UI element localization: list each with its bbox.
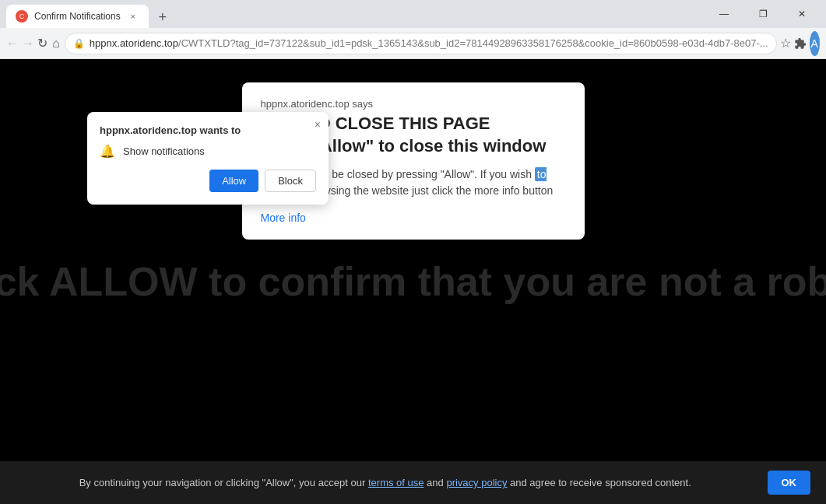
extensions-button[interactable]	[794, 31, 807, 56]
notification-row: 🔔 Show notifications	[100, 144, 316, 159]
popup-header: hppnx.atoridenc.top wants to	[100, 124, 316, 136]
forward-button[interactable]: →	[22, 31, 34, 56]
tab-close-button[interactable]: ×	[127, 10, 139, 23]
bookmark-button[interactable]: ☆	[780, 31, 791, 56]
close-window-button[interactable]: ✕	[784, 2, 820, 26]
tab-bar: C Confirm Notifications × +	[6, 0, 697, 28]
bottom-bar: By continuing your navigation or clickin…	[0, 461, 826, 504]
bottom-bar-text: By continuing your navigation or clickin…	[16, 477, 755, 488]
lock-icon: 🔒	[73, 38, 85, 49]
notification-actions: Allow Block	[100, 170, 316, 192]
window-controls: — ❐ ✕	[706, 2, 820, 26]
back-button[interactable]: ←	[6, 31, 19, 56]
address-bar[interactable]: 🔒 hppnx.atoridenc.top/CWTXTLD?tag_id=737…	[65, 33, 777, 54]
page-content: Click ALLOW to confirm that you are not …	[0, 59, 826, 504]
tab-title: Confirm Notifications	[34, 11, 121, 22]
active-tab[interactable]: C Confirm Notifications ×	[6, 5, 149, 28]
profile-button[interactable]: A	[810, 31, 820, 56]
home-button[interactable]: ⌂	[51, 31, 61, 56]
reload-button[interactable]: ↻	[37, 31, 47, 56]
ok-button[interactable]: OK	[768, 471, 811, 495]
block-button[interactable]: Block	[265, 170, 316, 192]
bell-icon: 🔔	[100, 144, 115, 159]
dialog-site-label: hppnx.atoridenc.top says	[261, 98, 566, 110]
maximize-button[interactable]: ❐	[745, 2, 781, 26]
page-bg-text: Click ALLOW to confirm that you are not …	[0, 258, 826, 305]
popup-close-button[interactable]: ×	[315, 118, 321, 131]
new-tab-button[interactable]: +	[152, 6, 174, 28]
notification-permission-popup: × hppnx.atoridenc.top wants to 🔔 Show no…	[87, 112, 329, 205]
minimize-button[interactable]: —	[706, 2, 742, 26]
allow-button[interactable]: Allow	[209, 170, 258, 192]
privacy-link[interactable]: privacy policy	[446, 477, 507, 488]
url-text: hppnx.atoridenc.top/CWTXTLD?tag_id=73712…	[90, 37, 768, 49]
tab-favicon: C	[16, 10, 28, 23]
show-notifications-label: Show notifications	[123, 145, 205, 157]
nav-bar: ← → ↻ ⌂ 🔒 hppnx.atoridenc.top/CWTXTLD?ta…	[0, 28, 826, 59]
terms-link[interactable]: terms of use	[368, 477, 424, 488]
title-bar: C Confirm Notifications × + — ❐ ✕	[0, 0, 826, 28]
more-info-link[interactable]: More info	[261, 212, 306, 224]
browser-window: C Confirm Notifications × + — ❐ ✕ ← → ↻ …	[0, 0, 826, 504]
